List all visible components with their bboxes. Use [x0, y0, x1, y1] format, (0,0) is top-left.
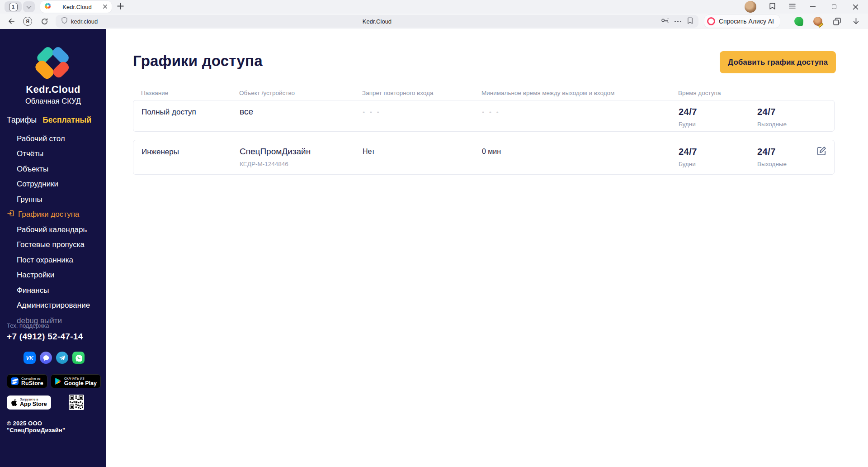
- ask-alice-button[interactable]: Спросить Алису AI: [704, 15, 780, 28]
- back-icon[interactable]: [5, 16, 16, 27]
- bookmarks-panel-icon[interactable]: [769, 2, 776, 12]
- tab-title: Kedr.Cloud: [55, 4, 99, 10]
- cell-weekend-time: 24/7 Выходные: [757, 107, 806, 128]
- kedr-logo-icon: [32, 44, 75, 81]
- cell-object: СпецПромДизайн КЕДР-М-1244846: [240, 147, 363, 167]
- vk-icon[interactable]: VK: [24, 352, 36, 364]
- sidebar-nav: Рабочий стол Отчёты Объекты Сотрудники Г…: [0, 131, 106, 329]
- menu-icon[interactable]: [788, 2, 796, 12]
- sidebar-item-settings[interactable]: Настройки: [0, 268, 106, 283]
- messenger-icon[interactable]: [40, 352, 52, 364]
- main-content: Графики доступа Добавить график доступа …: [106, 29, 868, 467]
- chevron-down-icon: [26, 4, 31, 9]
- extension-person-icon[interactable]: [813, 16, 823, 26]
- tab-kedr-cloud[interactable]: Kedr.Cloud: [40, 1, 112, 13]
- weekday-time-label: Будни: [679, 121, 757, 128]
- google-play-badge[interactable]: СКАЧАТЬ ИЗ Google Play: [51, 374, 101, 388]
- gplay-name: Google Play: [64, 381, 97, 386]
- new-tab-button[interactable]: [117, 3, 124, 11]
- tab-list-dropdown[interactable]: [23, 1, 35, 12]
- weekday-time-value: 24/7: [679, 147, 757, 157]
- header-name: Название: [141, 90, 239, 96]
- extensions-panel-icon[interactable]: [832, 16, 842, 26]
- sidebar-item-work-calendar[interactable]: Рабочий календарь: [0, 222, 106, 238]
- app-store-badge[interactable]: Загрузите в App Store: [7, 396, 51, 410]
- cell-name: Инженеры: [142, 147, 240, 157]
- sidebar-item-desktop[interactable]: Рабочий стол: [0, 131, 106, 147]
- sidebar-item-access-schedules[interactable]: Графики доступа: [0, 207, 106, 223]
- header-object-device: Объект /устройство: [239, 90, 362, 96]
- appstore-name: App Store: [20, 401, 47, 407]
- cell-no-reentry: - - -: [363, 107, 482, 116]
- browser-toolbar: Я kedr.cloud Kedr.Cloud Спросить А: [0, 14, 868, 29]
- sidebar-item-employees[interactable]: Сотрудники: [0, 177, 106, 192]
- tab-close-icon[interactable]: [103, 3, 108, 11]
- yandex-home-icon[interactable]: Я: [22, 16, 33, 27]
- weekend-time-label: Выходные: [757, 121, 806, 128]
- sidebar-item-groups[interactable]: Группы: [0, 192, 106, 207]
- table-row: Полный доступ все - - - - - - 24/7 Будни…: [133, 100, 835, 132]
- extension-green-icon[interactable]: [794, 16, 804, 26]
- alice-icon: [707, 17, 715, 25]
- alice-label: Спросить Алису AI: [719, 18, 774, 25]
- add-access-schedule-button[interactable]: Добавить график доступа: [720, 51, 836, 73]
- downloads-icon[interactable]: [851, 16, 861, 26]
- tariff-link[interactable]: ТарифыБесплатный: [7, 115, 106, 125]
- cell-weekday-time: 24/7 Будни: [679, 147, 757, 167]
- url-text: kedr.cloud: [71, 18, 98, 25]
- sidebar-item-administration[interactable]: Администрирование: [0, 298, 106, 314]
- login-arrow-icon: [7, 210, 14, 219]
- tariff-label: Тарифы: [7, 115, 37, 124]
- sidebar-item-reports[interactable]: Отчёты: [0, 147, 106, 162]
- window-minimize-button[interactable]: [808, 2, 817, 11]
- page-title-center: Kedr.Cloud: [56, 18, 698, 25]
- tab-counter-button[interactable]: 1: [5, 1, 22, 12]
- weekend-time-label: Выходные: [757, 161, 806, 167]
- sidebar: Kedr.Cloud Облачная СКУД ТарифыБесплатны…: [0, 29, 106, 467]
- table-row: Инженеры СпецПромДизайн КЕДР-М-1244846 Н…: [133, 140, 835, 175]
- tab-bar: 1 Kedr.Cloud: [0, 0, 868, 14]
- shield-icon[interactable]: [61, 17, 68, 26]
- profile-avatar[interactable]: [745, 1, 756, 13]
- support-phone[interactable]: +7 (4912) 52-47-14: [7, 332, 102, 342]
- telegram-icon[interactable]: [56, 352, 68, 364]
- rustore-logo-icon: [11, 377, 19, 385]
- table-header: Название Объект /устройство Запрет повто…: [133, 90, 835, 96]
- window-close-button[interactable]: [851, 2, 860, 11]
- cell-object: все: [240, 107, 363, 117]
- bookmark-page-icon[interactable]: [687, 17, 693, 26]
- rustore-badge[interactable]: Скачайте из RuStore: [7, 374, 47, 388]
- apple-icon: [11, 399, 17, 406]
- sidebar-item-guest-passes[interactable]: Гостевые пропуска: [0, 238, 106, 253]
- qr-code: [69, 395, 84, 410]
- edit-row-button[interactable]: [816, 146, 827, 157]
- sidebar-item-finance[interactable]: Финансы: [0, 283, 106, 298]
- password-key-icon[interactable]: [661, 17, 669, 26]
- cell-no-reentry: Нет: [363, 147, 482, 156]
- header-min-interval: Минимальное время между выходом и входом: [481, 90, 678, 96]
- weekday-time-label: Будни: [679, 161, 757, 167]
- weekend-time-value: 24/7: [757, 147, 806, 157]
- toolbar-divider: [786, 17, 786, 26]
- whatsapp-icon[interactable]: [72, 352, 85, 364]
- window-restore-button[interactable]: [830, 2, 839, 11]
- logo-title: Kedr.Cloud: [0, 84, 106, 95]
- app-logo[interactable]: Kedr.Cloud Облачная СКУД: [0, 29, 106, 105]
- favicon-kedr-icon: [44, 2, 52, 11]
- rustore-name: RuStore: [21, 381, 43, 386]
- cell-name: Полный доступ: [142, 107, 240, 117]
- copyright: © 2025 ООО "СпецПромДизайн": [7, 420, 102, 434]
- access-schedules-table: Название Объект /устройство Запрет повто…: [133, 90, 835, 175]
- support-label: Тех. поддержка: [7, 322, 102, 329]
- sidebar-item-guard-post[interactable]: Пост охранника: [0, 253, 106, 268]
- weekday-time-value: 24/7: [679, 107, 757, 117]
- cell-min-interval: 0 мин: [482, 147, 679, 156]
- address-bar[interactable]: kedr.cloud Kedr.Cloud: [56, 15, 698, 28]
- weekend-time-value: 24/7: [757, 107, 806, 117]
- more-actions-icon[interactable]: [675, 21, 681, 22]
- object-device-id: КЕДР-М-1244846: [240, 161, 363, 167]
- object-name: СпецПромДизайн: [240, 147, 363, 157]
- refresh-icon[interactable]: [39, 16, 50, 27]
- tariff-value: Бесплатный: [42, 115, 91, 124]
- sidebar-item-objects[interactable]: Объекты: [0, 162, 106, 177]
